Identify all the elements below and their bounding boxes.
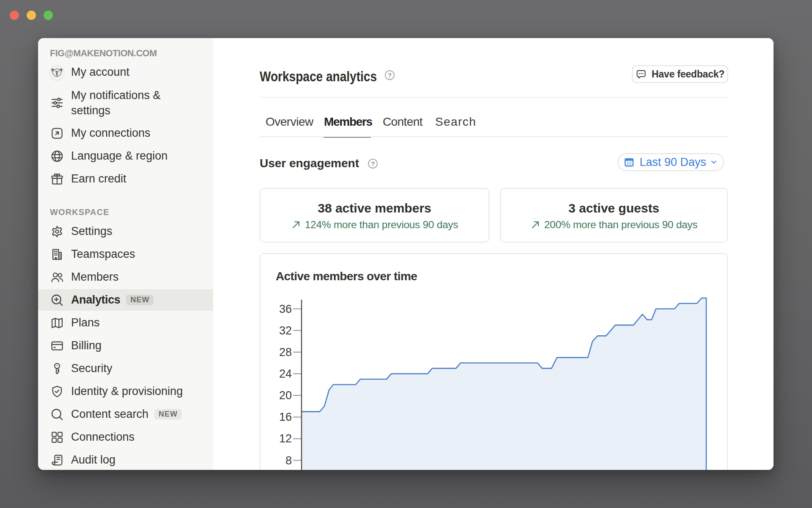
svg-text:16: 16: [279, 411, 292, 423]
svg-text:24: 24: [279, 367, 292, 380]
svg-text:20: 20: [279, 389, 292, 402]
svg-text:28: 28: [279, 346, 292, 359]
svg-text:12: 12: [279, 432, 292, 445]
svg-text:36: 36: [279, 303, 292, 315]
svg-text:32: 32: [279, 324, 292, 337]
svg-text:8: 8: [285, 454, 292, 467]
